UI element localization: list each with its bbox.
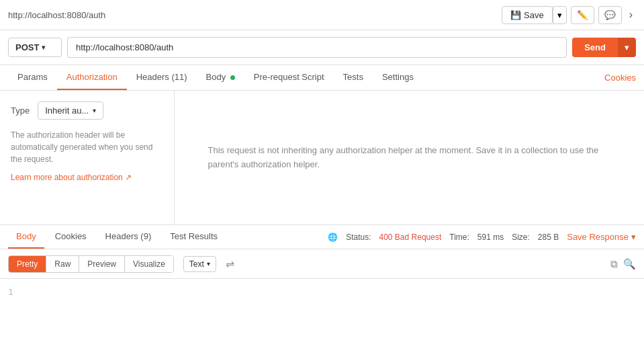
- type-value: Inherit au...: [45, 105, 89, 116]
- chevron-down-icon: ▾: [557, 10, 562, 20]
- size-value: 285 B: [538, 233, 559, 242]
- status-value: 400 Bad Request: [379, 233, 442, 242]
- auth-right-panel: This request is not inheriting any autho…: [175, 91, 644, 224]
- response-code-area: 1: [0, 279, 644, 295]
- tab-response-body[interactable]: Body: [8, 225, 44, 249]
- format-chevron-icon: ▾: [207, 260, 210, 267]
- collapse-icon: ›: [629, 9, 633, 20]
- response-toolbar: Pretty Raw Preview Visualize Text ▾ ⇌ ⧉ …: [0, 249, 644, 279]
- search-icon: 🔍: [623, 258, 636, 269]
- raw-button[interactable]: Raw: [46, 256, 79, 272]
- save-button[interactable]: 💾 Save: [502, 6, 553, 24]
- tab-settings[interactable]: Settings: [373, 65, 423, 90]
- tab-body[interactable]: Body: [197, 65, 244, 90]
- preview-button[interactable]: Preview: [79, 256, 124, 272]
- auth-description: The authorization header will be automat…: [11, 129, 163, 165]
- save-dropdown-button[interactable]: ▾: [553, 6, 567, 24]
- method-chevron-icon: ▾: [42, 44, 45, 51]
- tab-tests[interactable]: Tests: [334, 65, 373, 90]
- inherit-message: This request is not inheriting any autho…: [208, 144, 611, 172]
- type-selector[interactable]: Inherit au... ▾: [38, 101, 103, 120]
- size-label: Size:: [512, 233, 530, 242]
- type-row: Type Inherit au... ▾: [11, 101, 163, 120]
- format-label: Text: [189, 259, 204, 269]
- type-chevron-icon: ▾: [93, 107, 96, 114]
- tab-params[interactable]: Params: [8, 65, 57, 90]
- comment-icon-button[interactable]: 💬: [598, 6, 622, 24]
- format-selector[interactable]: Text ▾: [183, 256, 216, 272]
- save-response-button[interactable]: Save Response ▾: [567, 232, 636, 242]
- send-button-group: Send ▾: [572, 38, 636, 57]
- send-dropdown-button[interactable]: ▾: [618, 38, 636, 57]
- tab-test-results[interactable]: Test Results: [162, 225, 226, 249]
- globe-icon: 🌐: [328, 233, 338, 242]
- url-input[interactable]: [67, 37, 567, 58]
- copy-button[interactable]: ⧉: [610, 258, 618, 270]
- top-bar: http://localhost:8080/auth 💾 Save ▾ ✏️ 💬…: [0, 0, 644, 30]
- learn-more-link[interactable]: Learn more about authorization ↗: [11, 173, 132, 182]
- tab-prerequest[interactable]: Pre-request Script: [244, 65, 334, 90]
- save-btn-group: 💾 Save ▾: [502, 6, 567, 24]
- top-actions: 💾 Save ▾ ✏️ 💬 ›: [502, 5, 636, 24]
- status-bar: 🌐 Status: 400 Bad Request Time: 591 ms S…: [328, 232, 636, 242]
- search-button[interactable]: 🔍: [623, 258, 636, 270]
- time-value: 591 ms: [477, 233, 504, 242]
- content-area: Type Inherit au... ▾ The authorization h…: [0, 91, 644, 225]
- tab-response-cookies[interactable]: Cookies: [47, 225, 95, 249]
- pretty-button[interactable]: Pretty: [9, 256, 46, 272]
- send-button[interactable]: Send: [572, 38, 618, 57]
- floppy-icon: 💾: [510, 10, 521, 20]
- response-format-group: Pretty Raw Preview Visualize: [8, 255, 174, 273]
- tab-response-headers[interactable]: Headers (9): [97, 225, 160, 249]
- request-tabs: Params Authorization Headers (11) Body P…: [0, 65, 644, 91]
- save-response-chevron-icon: ▾: [631, 232, 636, 242]
- response-tabs: Body Cookies Headers (9) Test Results 🌐 …: [0, 225, 644, 249]
- body-active-dot: [230, 75, 235, 80]
- word-wrap-button[interactable]: ⇌: [220, 255, 240, 273]
- tab-authorization[interactable]: Authorization: [57, 65, 127, 90]
- tab-headers[interactable]: Headers (11): [127, 65, 197, 90]
- comment-icon: 💬: [604, 10, 616, 20]
- line-number: 1: [8, 287, 13, 295]
- wrap-icon: ⇌: [226, 258, 234, 269]
- collapse-button[interactable]: ›: [626, 5, 636, 24]
- request-bar: POST ▾ Send ▾: [0, 30, 644, 65]
- send-chevron-icon: ▾: [625, 42, 629, 52]
- top-url: http://localhost:8080/auth: [8, 10, 496, 20]
- visualize-button[interactable]: Visualize: [124, 256, 173, 272]
- copy-icon: ⧉: [610, 258, 618, 269]
- pencil-icon: ✏️: [577, 10, 588, 20]
- method-selector[interactable]: POST ▾: [8, 38, 62, 57]
- edit-icon-button[interactable]: ✏️: [571, 6, 594, 24]
- status-label: Status:: [346, 233, 371, 242]
- method-label: POST: [15, 42, 39, 52]
- type-label: Type: [11, 105, 30, 116]
- response-action-icons: ⧉ 🔍: [610, 258, 636, 270]
- auth-left-panel: Type Inherit au... ▾ The authorization h…: [0, 91, 175, 224]
- time-label: Time:: [449, 233, 469, 242]
- cookies-link[interactable]: Cookies: [604, 73, 636, 83]
